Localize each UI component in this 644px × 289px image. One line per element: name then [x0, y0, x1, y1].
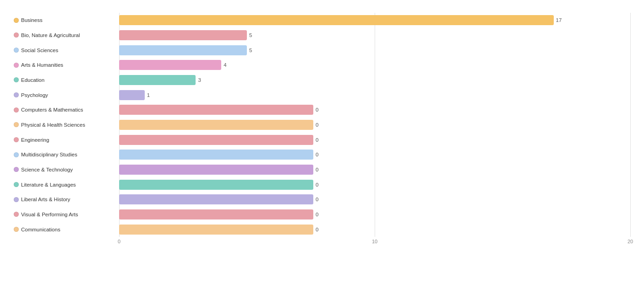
bar-label: Social Sciences	[14, 48, 119, 53]
bar-track: 0	[119, 147, 630, 162]
bar-track: 0	[119, 177, 630, 192]
label-dot	[14, 122, 19, 127]
bar-fill	[119, 194, 313, 204]
bar-fill	[119, 45, 247, 55]
bar-fill	[119, 120, 313, 130]
bar-row: Arts & Humanities4	[14, 58, 630, 73]
bar-row: Literature & Languages0	[14, 177, 630, 192]
bar-label: Business	[14, 17, 119, 23]
label-dot	[14, 77, 19, 82]
bar-row: Business17	[14, 13, 630, 28]
bar-value-label: 0	[316, 107, 318, 112]
label-text: Bio, Nature & Agricultural	[21, 32, 80, 38]
label-text: Multidisciplinary Studies	[21, 152, 77, 157]
bar-value-label: 0	[316, 212, 318, 217]
bar-row: Computers & Mathematics0	[14, 102, 630, 118]
label-text: Business	[21, 17, 43, 23]
bar-value-label: 4	[224, 62, 226, 68]
label-dot	[14, 63, 19, 68]
bar-label: Education	[14, 77, 119, 83]
bar-track: 5	[119, 28, 630, 43]
bar-label: Arts & Humanities	[14, 62, 119, 68]
label-dot	[14, 182, 19, 187]
bar-fill	[119, 165, 313, 175]
bar-value-label: 0	[316, 137, 318, 143]
bar-value-label: 0	[316, 167, 318, 172]
bars-container: Business17Bio, Nature & Agricultural5Soc…	[14, 13, 630, 237]
bar-fill	[119, 150, 313, 160]
bar-track: 0	[119, 207, 630, 222]
bar-value-label: 0	[316, 152, 318, 157]
bar-fill	[119, 135, 313, 145]
bar-fill	[119, 60, 221, 70]
x-axis-label: 20	[628, 239, 633, 244]
bar-value-label: 0	[316, 197, 318, 202]
bar-value-label: 17	[556, 17, 562, 23]
bar-fill	[119, 90, 145, 100]
bar-value-label: 3	[198, 77, 201, 83]
bar-fill	[119, 225, 313, 235]
bar-track: 0	[119, 222, 630, 237]
x-axis-label: 10	[372, 239, 377, 244]
bar-row: Multidisciplinary Studies0	[14, 147, 630, 162]
label-text: Visual & Performing Arts	[21, 212, 78, 217]
bar-track: 5	[119, 43, 630, 58]
bar-fill	[119, 15, 554, 25]
chart-body: Business17Bio, Nature & Agricultural5Soc…	[14, 13, 630, 269]
bar-row: Engineering0	[14, 132, 630, 147]
bar-track: 3	[119, 73, 630, 88]
bar-fill	[119, 180, 313, 190]
label-text: Engineering	[21, 137, 49, 143]
bar-value-label: 0	[316, 227, 318, 232]
label-text: Physical & Health Sciences	[21, 122, 85, 128]
label-text: Literature & Languages	[21, 182, 76, 187]
label-dot	[14, 48, 19, 53]
bar-value-label: 5	[249, 32, 252, 38]
label-dot	[14, 152, 19, 157]
label-text: Science & Technology	[21, 167, 73, 172]
bar-row: Science & Technology0	[14, 162, 630, 177]
bar-track: 0	[119, 102, 630, 118]
label-dot	[14, 227, 19, 232]
bar-row: Social Sciences5	[14, 43, 630, 58]
bar-value-label: 5	[249, 48, 252, 53]
bar-track: 0	[119, 192, 630, 207]
label-dot	[14, 18, 19, 23]
label-dot	[14, 137, 19, 142]
label-text: Social Sciences	[21, 48, 58, 53]
bar-value-label: 0	[316, 122, 318, 128]
label-text: Education	[21, 77, 44, 83]
bar-fill	[119, 75, 196, 85]
label-text: Computers & Mathematics	[21, 107, 83, 112]
bar-track: 0	[119, 118, 630, 133]
label-dot	[14, 197, 19, 202]
grid-line	[630, 13, 631, 237]
bar-track: 1	[119, 87, 630, 102]
bar-row: Liberal Arts & History0	[14, 192, 630, 207]
bar-label: Engineering	[14, 137, 119, 143]
bar-label: Communications	[14, 227, 119, 232]
bar-value-label: 0	[316, 182, 318, 187]
bar-row: Visual & Performing Arts0	[14, 207, 630, 222]
bar-track: 17	[119, 13, 630, 28]
bar-label: Bio, Nature & Agricultural	[14, 32, 119, 38]
label-dot	[14, 32, 19, 37]
bar-fill	[119, 30, 247, 40]
label-text: Liberal Arts & History	[21, 197, 70, 202]
bar-label: Psychology	[14, 92, 119, 98]
bar-row: Education3	[14, 73, 630, 88]
x-axis-label: 0	[118, 239, 120, 244]
label-dot	[14, 167, 19, 172]
label-dot	[14, 107, 19, 112]
bar-label: Visual & Performing Arts	[14, 212, 119, 217]
label-text: Arts & Humanities	[21, 62, 63, 68]
label-text: Communications	[21, 227, 60, 232]
bar-row: Psychology1	[14, 87, 630, 102]
bar-fill	[119, 209, 313, 219]
bar-track: 0	[119, 132, 630, 147]
chart-container: Business17Bio, Nature & Agricultural5Soc…	[0, 0, 644, 289]
bar-label: Physical & Health Sciences	[14, 122, 119, 128]
bar-row: Communications0	[14, 222, 630, 237]
bar-fill	[119, 105, 313, 115]
bar-row: Bio, Nature & Agricultural5	[14, 28, 630, 43]
